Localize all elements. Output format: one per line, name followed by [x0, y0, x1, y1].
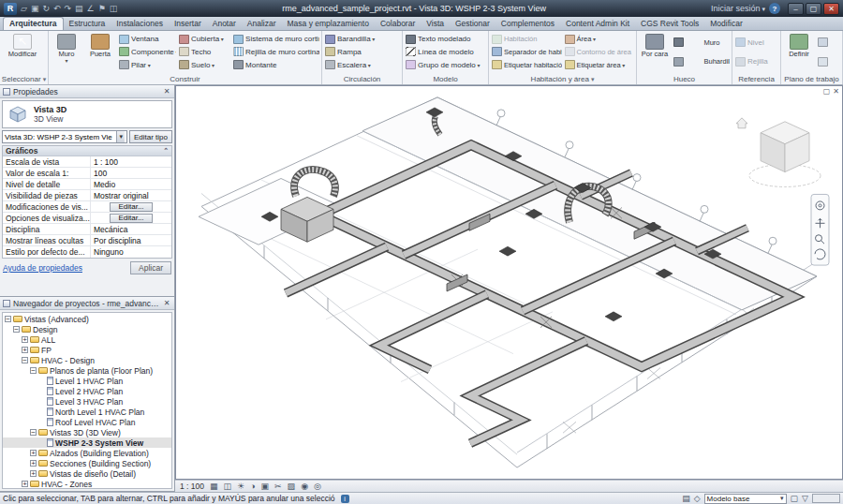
application-menu-button[interactable]: R — [4, 3, 17, 15]
separador-habitacion-button[interactable]: Separador de habitación — [491, 46, 562, 58]
vertical-button[interactable] — [673, 55, 701, 67]
componente-button[interactable]: Componente — [118, 46, 176, 58]
panel-label-habitacion-y-area[interactable]: Habitación y área — [489, 73, 636, 84]
montante-button[interactable]: Montante — [232, 59, 319, 71]
properties-header[interactable]: Propiedades — [0, 85, 174, 98]
muro-button[interactable]: Muro — [51, 32, 82, 72]
tab-arquitectura[interactable]: Arquitectura — [3, 17, 64, 30]
tab-complementos[interactable]: Complementos — [495, 18, 560, 30]
tab-colaborar[interactable]: Colaborar — [375, 18, 421, 30]
tab-analizar[interactable]: Analizar — [242, 18, 282, 30]
tab-anotar[interactable]: Anotar — [207, 18, 242, 30]
crop-visibility-icon[interactable]: ▨ — [288, 482, 296, 491]
expander-icon[interactable] — [30, 429, 37, 436]
worksets-icon[interactable]: ▤ — [682, 494, 690, 503]
expander-icon[interactable] — [22, 336, 28, 343]
reveal-hidden-icon[interactable]: ◎ — [314, 482, 321, 491]
tab-estructura[interactable]: Estructura — [64, 18, 111, 30]
property-row[interactable]: Escala de vista1 : 100 — [3, 156, 171, 168]
tree-item[interactable]: Planos de planta (Floor Plan) — [3, 365, 171, 376]
escalera-button[interactable]: Escalera — [324, 59, 399, 71]
editar-button[interactable]: Editar... — [110, 202, 152, 212]
rejilla-muro-cortina-button[interactable]: Rejilla de muro cortina — [232, 46, 319, 58]
close-icon[interactable] — [162, 299, 171, 307]
viewcube[interactable] — [736, 118, 821, 187]
print-icon[interactable]: ▤ — [75, 4, 83, 13]
tree-item[interactable]: ALL — [3, 334, 171, 345]
tab-cgs-revit-tools[interactable]: CGS Revit Tools — [635, 18, 704, 30]
close-icon[interactable] — [162, 87, 171, 96]
tree-item[interactable]: Level 3 HVAC Plan — [3, 396, 171, 407]
texto-modelado-button[interactable]: Texto modelado — [405, 33, 485, 45]
type-selector-preview[interactable]: Vista 3D 3D View — [2, 100, 172, 128]
tree-item[interactable]: Secciones (Building Section) — [3, 458, 171, 468]
etiquetar-area-button[interactable]: Etiquetar área — [564, 59, 635, 71]
tab-instalaciones[interactable]: Instalaciones — [111, 18, 169, 30]
shadows-icon[interactable]: ◑ — [250, 482, 255, 491]
navigation-bar[interactable] — [811, 194, 829, 265]
apply-button[interactable]: Aplicar — [130, 261, 171, 274]
expander-icon[interactable] — [30, 367, 37, 374]
tree-item[interactable]: Vistas de diseño (Detail) — [3, 468, 171, 479]
filter-icon[interactable]: ▽ — [802, 494, 808, 503]
expander-icon[interactable] — [22, 357, 28, 363]
mostrar-plano-button[interactable] — [817, 37, 834, 49]
tab-gestionar[interactable]: Gestionar — [450, 18, 495, 30]
rampa-button[interactable]: Rampa — [324, 46, 399, 58]
close-view-icon[interactable]: ✕ — [833, 87, 839, 96]
design-options-icon[interactable]: ◇ — [694, 494, 701, 503]
save-icon[interactable]: ▣ — [31, 4, 39, 13]
tree-item[interactable]: Level 1 HVAC Plan — [3, 376, 171, 386]
tag-icon[interactable]: ⚑ — [98, 4, 106, 13]
buhardilla-button[interactable]: Buhardilla — [702, 55, 730, 67]
3d-view-canvas[interactable] — [176, 86, 842, 479]
tree-item[interactable]: Alzados (Building Elevation) — [3, 448, 171, 458]
tab-modificar[interactable]: Modificar — [704, 18, 747, 30]
editar-button[interactable]: Editar... — [110, 214, 152, 223]
default-3d-view-icon[interactable]: ◫ — [110, 4, 118, 13]
restore-view-icon[interactable]: ▢ — [823, 87, 831, 96]
tab-masa-y-emplazamiento[interactable]: Masa y emplazamiento — [282, 18, 375, 30]
muro-hueco-button[interactable]: Muro — [702, 37, 730, 49]
tree-item-active[interactable]: WSHP 2-3 System View — [3, 437, 171, 448]
suelo-button[interactable]: Suelo — [178, 59, 230, 71]
info-icon[interactable]: i — [341, 495, 349, 503]
property-row[interactable]: Mostrar líneas ocultasPor disciplina — [3, 235, 171, 246]
instance-selector[interactable]: Vista 3D: WSHP 2-3 System Vie ▾ — [2, 130, 127, 143]
area-button[interactable]: Área — [564, 33, 635, 45]
scale-control[interactable]: 1 : 100 — [180, 482, 204, 491]
measure-icon[interactable]: ∠ — [87, 4, 95, 13]
sun-path-icon[interactable]: ☀ — [237, 482, 244, 491]
expander-icon[interactable] — [22, 347, 28, 353]
expander-icon[interactable] — [13, 326, 20, 333]
agujero-button[interactable] — [673, 37, 701, 49]
ventana-button[interactable]: Ventana — [118, 33, 176, 45]
home-icon[interactable] — [736, 118, 747, 128]
cubierta-button[interactable]: Cubierta — [178, 33, 230, 45]
property-row[interactable]: Modificaciones de vis...Editar... — [3, 201, 171, 213]
tree-item[interactable]: FP — [3, 345, 171, 355]
property-row[interactable]: Nivel de detalleMedio — [3, 179, 171, 190]
section-graficos[interactable]: Gráficos — [3, 146, 171, 156]
property-row[interactable]: Valor de escala 1:100 — [3, 168, 171, 179]
property-row[interactable]: DisciplinaMecánica — [3, 224, 171, 235]
tree-item[interactable]: HVAC - Zones — [3, 479, 171, 489]
active-design-option-select[interactable]: Modelo base — [704, 494, 787, 504]
tab-insertar[interactable]: Insertar — [169, 18, 207, 30]
sign-in-button[interactable]: Iniciar sesión — [711, 4, 765, 13]
property-row[interactable]: Visibilidad de piezasMostrar original — [3, 190, 171, 201]
editable-only-icon[interactable]: ▢ — [791, 494, 799, 503]
puerta-button[interactable]: Puerta — [84, 32, 116, 72]
tree-item[interactable]: Design — [3, 324, 171, 334]
barandilla-button[interactable]: Barandilla — [324, 33, 399, 45]
tree-item[interactable]: Level 2 HVAC Plan — [3, 386, 171, 396]
redo-icon[interactable]: ↷ — [65, 4, 72, 13]
minimize-button[interactable]: – — [788, 3, 804, 15]
sync-icon[interactable]: ↻ — [42, 4, 50, 13]
tree-item[interactable]: Roof Level HVAC Plan — [3, 417, 171, 427]
visual-style-icon[interactable]: ◫ — [224, 482, 232, 491]
expander-icon[interactable] — [22, 481, 28, 487]
tree-item[interactable]: Vistas (Advanced) — [3, 314, 171, 324]
grupo-de-modelo-button[interactable]: Grupo de modelo — [405, 59, 485, 71]
detail-level-icon[interactable]: ▦ — [210, 482, 218, 491]
